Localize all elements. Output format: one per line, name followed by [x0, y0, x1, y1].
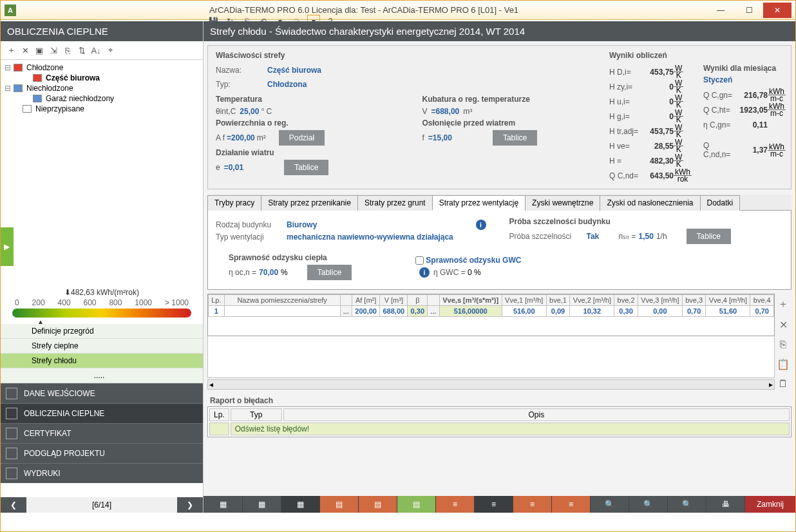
info-icon[interactable]: i [419, 267, 430, 278]
pager-prev[interactable]: ❮ [1, 497, 26, 513]
cell-expand[interactable]: ... [428, 306, 439, 317]
add-icon[interactable]: ＋ [5, 44, 17, 57]
wind-value[interactable]: =0,01 [224, 163, 243, 172]
delete-icon[interactable]: ✕ [19, 44, 32, 57]
tab-ground[interactable]: Straty przez grunt [357, 195, 433, 211]
vent-type-value[interactable]: mechaniczna nawiewno-wywiewna działająca [287, 233, 453, 242]
error-message[interactable]: Odśwież listę błędów! [231, 423, 790, 435]
type-value[interactable]: Chłodzona [267, 80, 307, 89]
col-vve3[interactable]: Vve,3 [m³/h] [638, 295, 682, 306]
bignav-print[interactable]: WYDRUKI [1, 463, 203, 483]
cell-v[interactable]: 688,00 [380, 306, 408, 317]
bignav-preview[interactable]: PODGLĄD PROJEKTU [1, 443, 203, 463]
tab-ventilation[interactable]: Straty przez wentylację [432, 195, 526, 211]
bb-icon-1[interactable]: ▦ [204, 496, 242, 513]
bb-icon-7[interactable]: ≡ [435, 496, 474, 513]
temp-value[interactable]: 25,00 [240, 107, 259, 116]
close-button[interactable]: ✕ [763, 3, 791, 18]
cell-lp[interactable]: 1 [209, 306, 225, 317]
bb-icon-10[interactable]: ≡ [551, 496, 590, 513]
pager-next[interactable]: ❯ [177, 497, 203, 513]
bb-icon-3[interactable]: ▦ [281, 496, 319, 513]
col-vve4[interactable]: Vve,4 [m³/h] [706, 295, 750, 306]
col-bve4[interactable]: bve,4 [750, 295, 774, 306]
nav-more[interactable]: ..... [1, 368, 203, 383]
cell-vve1[interactable]: 516,00 [502, 306, 546, 317]
h-scrollbar[interactable]: ◂▸ [207, 379, 775, 390]
close-project-button[interactable]: Zamknij [744, 496, 795, 513]
cell-vves[interactable]: 516,00000 [439, 306, 502, 317]
nav-partitions[interactable]: Definicje przegród [1, 324, 203, 339]
nav-heat-zones[interactable]: Strefy cieplne [1, 339, 203, 354]
bb-icon-6[interactable]: ▤ [397, 496, 435, 513]
n50-value[interactable]: 1,50 [639, 232, 654, 241]
tree-node-uncooled[interactable]: ⊟Niechłodzone [5, 83, 199, 93]
area-value[interactable]: =200,00 [227, 133, 255, 142]
minimize-button[interactable]: — [706, 3, 735, 18]
tab-internal-gains[interactable]: Zyski wewnętrzne [525, 195, 600, 211]
col-bve3[interactable]: bve,3 [682, 295, 705, 306]
col-name[interactable]: Nazwa pomieszczenia/strefy [224, 295, 340, 306]
cell-vve2[interactable]: 10,32 [570, 306, 614, 317]
bignav-cert[interactable]: CERTYFIKAT [1, 423, 203, 443]
bb-icon-8[interactable]: ≡ [474, 496, 513, 513]
col-vves[interactable]: Vve,s [m³/(s*m²)] [439, 295, 502, 306]
bb-search-icon[interactable]: 🔍 [590, 496, 629, 513]
duplicate-icon[interactable]: ⎘ [780, 339, 786, 350]
expand-arrow-icon[interactable]: ▶ [0, 227, 14, 266]
col-lp[interactable]: Lp. [209, 295, 225, 306]
bb-search2-icon[interactable]: 🔍 [629, 496, 667, 513]
tightness-tables-button[interactable]: Tablice [687, 229, 731, 244]
col-beta[interactable]: β [408, 295, 428, 306]
table-row[interactable]: 1 ... 200,00 688,00 0,30 ... 516,00000 5… [209, 306, 774, 317]
tree-node-garage[interactable]: Garaż niechłodzony [5, 93, 199, 104]
tab-solar-gains[interactable]: Zyski od nasłonecznienia [600, 195, 700, 211]
col-vve1[interactable]: Vve,1 [m³/h] [502, 295, 546, 306]
collapse-icon[interactable]: ⇲ [47, 44, 60, 57]
tree-node-unassigned[interactable]: Nieprzypisane [5, 104, 199, 114]
paste-icon[interactable]: 📋 [777, 358, 790, 370]
tree-node-cooled[interactable]: ⊟Chłodzone [5, 62, 199, 73]
split-button[interactable]: Podział [279, 130, 325, 146]
cell-bve3[interactable]: 0,70 [682, 306, 705, 317]
tab-modes[interactable]: Tryby pracy [207, 195, 261, 211]
calculator-icon[interactable]: 🗒 [778, 378, 788, 390]
info-icon[interactable]: i [476, 220, 486, 230]
nav-cool-zones[interactable]: Strefy chłodu [1, 354, 203, 368]
col-v[interactable]: V [m³] [380, 295, 408, 306]
volume-value[interactable]: =688,00 [431, 107, 460, 116]
tab-transmission[interactable]: Straty przez przenikanie [261, 195, 358, 211]
redo-icon[interactable]: ↷ [290, 15, 303, 28]
bb-search3-icon[interactable]: 🔍 [667, 496, 706, 513]
cell-name[interactable] [224, 306, 340, 317]
shield-value[interactable]: =15,00 [428, 133, 452, 142]
tree-tool-icon[interactable]: ⌖ [104, 44, 117, 57]
add-row-icon[interactable]: ＋ [778, 298, 788, 311]
bb-icon-2[interactable]: ▦ [242, 496, 281, 513]
sort-icon[interactable]: ⇅ [75, 44, 88, 57]
tree-node-office[interactable]: Część biurowa [5, 73, 199, 83]
ventilation-grid[interactable]: Lp. Nazwa pomieszczenia/strefy Af [m²] V… [207, 294, 775, 336]
delete-row-icon[interactable]: ✕ [779, 319, 788, 331]
shield-tables-button[interactable]: Tablice [493, 130, 537, 146]
heatrec-value[interactable]: 70,00 [259, 268, 278, 277]
cell-af[interactable]: 200,00 [352, 306, 380, 317]
heatrec-tables-button[interactable]: Tablice [307, 265, 352, 280]
cell-bve2[interactable]: 0,30 [614, 306, 638, 317]
bignav-input[interactable]: DANE WEJŚCIOWE [1, 383, 203, 403]
wind-tables-button[interactable]: Tablice [284, 160, 328, 175]
cell-beta[interactable]: 0,30 [408, 306, 428, 317]
cell-vve3[interactable]: 0,00 [638, 306, 682, 317]
col-bve2[interactable]: bve,2 [614, 295, 638, 306]
cell-bve4[interactable]: 0,70 [750, 306, 774, 317]
cell-expand[interactable]: ... [340, 306, 352, 317]
maximize-button[interactable]: ☐ [735, 3, 763, 18]
cell-bve1[interactable]: 0,09 [546, 306, 569, 317]
gwc-checkbox[interactable] [415, 256, 424, 265]
col-vve2[interactable]: Vve,2 [m³/h] [570, 295, 614, 306]
month-selector[interactable]: Styczeń [703, 75, 786, 84]
bignav-calc[interactable]: OBLICZENIA CIEPLNE [1, 403, 203, 423]
bb-icon-4[interactable]: ▤ [319, 496, 358, 513]
tightness-value[interactable]: Tak [587, 232, 619, 241]
name-value[interactable]: Część biurowa [267, 66, 321, 75]
